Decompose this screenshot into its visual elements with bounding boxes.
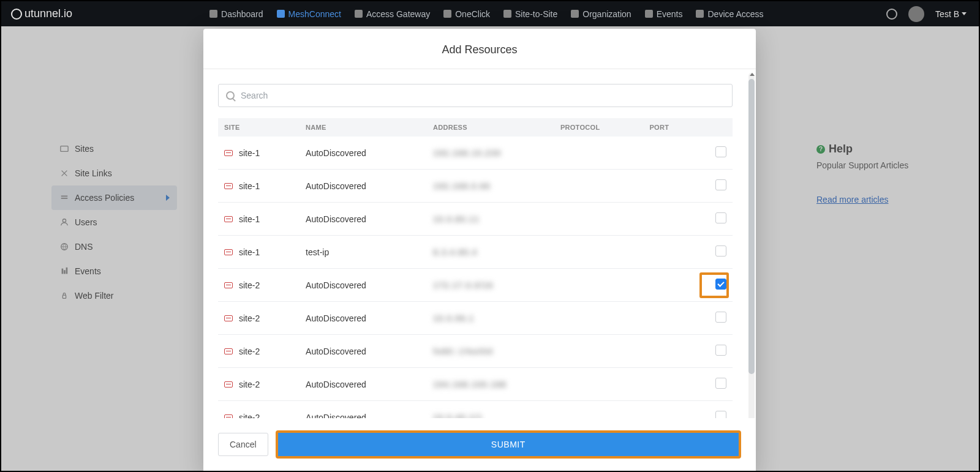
user-menu[interactable]: Test B: [935, 9, 967, 19]
cell-port: [643, 368, 694, 401]
topnav-item[interactable]: Organization: [571, 9, 631, 19]
notification-icon[interactable]: [886, 9, 897, 20]
topnav-label: MeshConnect: [288, 9, 341, 19]
cell-name: AutoDiscovered: [300, 137, 427, 170]
row-checkbox[interactable]: [715, 312, 726, 323]
topnav-item[interactable]: OneClick: [443, 9, 490, 19]
row-checkbox[interactable]: [715, 345, 726, 356]
topnav-item[interactable]: MeshConnect: [277, 9, 341, 19]
table-row: site-2AutoDiscovered10.0.40.1/1: [218, 401, 733, 419]
nav-icon: [696, 10, 704, 18]
submit-highlight: SUBMIT: [276, 430, 741, 459]
row-checkbox[interactable]: [715, 245, 726, 257]
cell-port: [643, 302, 694, 335]
cell-port: [643, 203, 694, 236]
topnav-label: Dashboard: [221, 9, 263, 19]
logo-icon: [11, 9, 22, 20]
topnav-label: Organization: [582, 9, 631, 19]
cell-port: [643, 137, 694, 170]
site-label: site-1: [239, 247, 260, 257]
avatar[interactable]: [908, 6, 924, 22]
scroll-up-icon[interactable]: [750, 73, 755, 76]
row-checkbox[interactable]: [715, 411, 726, 418]
modal-body: SITE NAME ADDRESS PROTOCOL PORT site-1Au…: [203, 69, 756, 418]
row-checkbox[interactable]: [715, 279, 726, 290]
topnav-label: OneClick: [455, 9, 490, 19]
site-icon: [224, 315, 233, 321]
row-checkbox[interactable]: [715, 146, 726, 157]
topnav-item[interactable]: Access Gateway: [355, 9, 430, 19]
topnav-item[interactable]: Device Access: [696, 9, 763, 19]
topnav-item[interactable]: Events: [645, 9, 683, 19]
cell-protocol: [554, 137, 644, 170]
cell-name: test-ip: [300, 236, 427, 269]
cell-address: 172.17.0.0/16: [427, 269, 554, 302]
cancel-button[interactable]: Cancel: [218, 433, 268, 456]
site-label: site-1: [239, 148, 260, 158]
cell-protocol: [554, 236, 644, 269]
cell-site: site-1: [218, 236, 300, 269]
scrollbar-thumb[interactable]: [748, 79, 755, 374]
site-label: site-1: [239, 181, 260, 191]
topnav-item[interactable]: Site-to-Site: [503, 9, 557, 19]
user-name: Test B: [935, 9, 959, 19]
site-icon: [224, 282, 233, 288]
site-label: site-2: [239, 313, 260, 323]
cell-name: AutoDiscovered: [300, 170, 427, 203]
cell-protocol: [554, 203, 644, 236]
cell-select: [695, 368, 733, 401]
modal-title: Add Resources: [203, 29, 756, 69]
submit-button[interactable]: SUBMIT: [278, 433, 739, 456]
cell-select: [695, 137, 733, 170]
topnav-label: Device Access: [707, 9, 763, 19]
search-input[interactable]: [241, 91, 725, 100]
cell-address: 10.0.96.1: [427, 302, 554, 335]
address-blurred: 192.168.0.66: [433, 181, 491, 191]
site-icon: [224, 249, 233, 255]
topnav-label: Events: [657, 9, 683, 19]
cell-select: [695, 170, 733, 203]
table-row: site-2AutoDiscovered194.168.100.188: [218, 368, 733, 401]
table-row: site-2AutoDiscovered10.0.96.1: [218, 302, 733, 335]
table-row: site-1AutoDiscovered192.168.0.66: [218, 170, 733, 203]
cell-name: AutoDiscovered: [300, 203, 427, 236]
modal-overlay: Add Resources SITE NAME ADDRESS PROTOCOL…: [1, 26, 979, 471]
row-checkbox[interactable]: [715, 212, 726, 223]
cell-port: [643, 335, 694, 368]
row-checkbox[interactable]: [715, 378, 726, 389]
cell-site: site-1: [218, 137, 300, 170]
cell-name: AutoDiscovered: [300, 335, 427, 368]
col-name: NAME: [300, 118, 427, 137]
site-icon: [224, 150, 233, 156]
row-checkbox[interactable]: [715, 179, 726, 190]
cell-protocol: [554, 401, 644, 419]
cell-protocol: [554, 170, 644, 203]
nav-icon: [277, 10, 285, 18]
site-label: site-2: [239, 380, 260, 389]
cell-site: site-2: [218, 302, 300, 335]
cell-address: fe80::1%eth0: [427, 335, 554, 368]
cell-port: [643, 269, 694, 302]
scrollbar[interactable]: [748, 73, 755, 418]
table-row: site-1test-ip8.3.4.80.4: [218, 236, 733, 269]
col-protocol: PROTOCOL: [554, 118, 644, 137]
nav-icon: [571, 10, 579, 18]
cell-port: [643, 170, 694, 203]
topnav-label: Site-to-Site: [515, 9, 557, 19]
address-blurred: 194.168.100.188: [433, 380, 507, 389]
topnav-item[interactable]: Dashboard: [209, 9, 263, 19]
search-box[interactable]: [218, 84, 733, 107]
modal-footer: Cancel SUBMIT: [203, 418, 756, 472]
address-blurred: 192.168.10.230: [433, 148, 501, 158]
cell-protocol: [554, 302, 644, 335]
table-row: site-2AutoDiscovered172.17.0.0/16: [218, 269, 733, 302]
brand-text: utunnel.io: [24, 7, 72, 20]
cell-site: site-2: [218, 401, 300, 419]
cell-name: AutoDiscovered: [300, 401, 427, 419]
brand-logo[interactable]: utunnel.io: [11, 7, 72, 20]
col-address: ADDRESS: [427, 118, 554, 137]
address-blurred: fe80::1%eth0: [433, 347, 493, 356]
col-select: [695, 118, 733, 137]
cell-select: [695, 203, 733, 236]
modal-scroll: SITE NAME ADDRESS PROTOCOL PORT site-1Au…: [203, 69, 747, 418]
